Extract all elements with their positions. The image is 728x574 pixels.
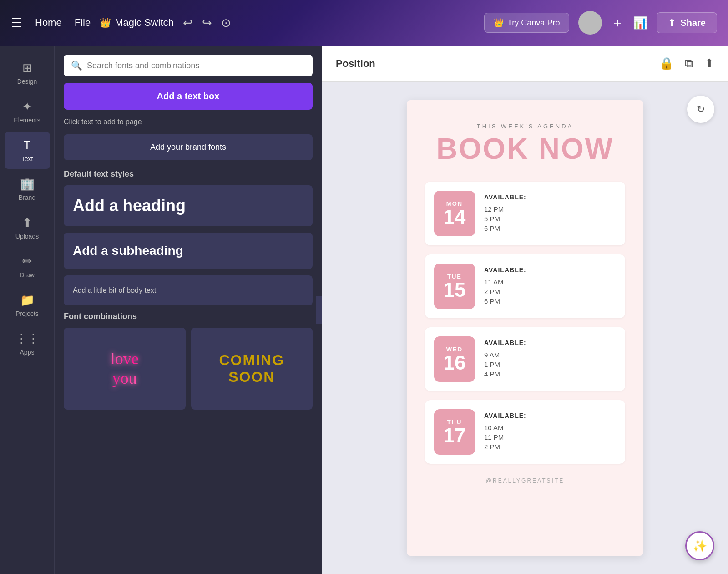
day-num-thu: 17 bbox=[444, 426, 466, 446]
day-time-wed-1: 9 AM bbox=[484, 351, 526, 359]
day-time-thu-3: 2 PM bbox=[484, 443, 526, 451]
apps-icon: ⋮⋮ bbox=[15, 332, 39, 346]
uploads-icon: ⬆ bbox=[22, 216, 32, 230]
sidebar-label-uploads: Uploads bbox=[15, 233, 39, 240]
sidebar-label-design: Design bbox=[17, 78, 37, 85]
font-combos-grid: loveyou COMINGSOON bbox=[64, 328, 313, 410]
lock-icon[interactable]: 🔒 bbox=[659, 56, 674, 71]
font-combos-label: Font combinations bbox=[64, 312, 313, 321]
crown-icon: 👑 bbox=[100, 17, 111, 28]
sidebar-item-elements[interactable]: ✦ Elements bbox=[5, 93, 50, 130]
section-label: Default text styles bbox=[64, 169, 313, 179]
redo-icon[interactable]: ↪ bbox=[202, 16, 212, 30]
subheading-block[interactable]: Add a subheading bbox=[64, 233, 313, 269]
day-badge-mon: MON 14 bbox=[434, 191, 475, 236]
canvas-area: Position 🔒 ⧉ ⬆ ↻ THIS WEEK'S AGENDA BOOK… bbox=[322, 46, 728, 574]
sidebar-item-draw[interactable]: ✏ Draw bbox=[5, 248, 50, 285]
day-badge-tue: TUE 15 bbox=[434, 264, 475, 309]
magic-button[interactable]: ✨ bbox=[685, 531, 714, 560]
day-time-mon-3: 6 PM bbox=[484, 224, 526, 232]
agenda-title: BOOK NOW bbox=[425, 134, 625, 163]
sidebar-item-brand[interactable]: 🏢 Brand bbox=[5, 171, 50, 208]
sidebar-item-uploads[interactable]: ⬆ Uploads bbox=[5, 209, 50, 246]
day-available-tue: AVAILABLE: bbox=[484, 266, 526, 274]
avatar[interactable] bbox=[578, 11, 602, 35]
elements-icon: ✦ bbox=[22, 100, 32, 114]
projects-icon: 📁 bbox=[20, 293, 35, 307]
subheading-text: Add a subheading bbox=[73, 244, 183, 258]
heading-block[interactable]: Add a heading bbox=[64, 185, 313, 226]
day-time-mon-1: 12 PM bbox=[484, 205, 526, 213]
sidebar-item-apps[interactable]: ⋮⋮ Apps bbox=[5, 325, 50, 362]
combo-card-love[interactable]: loveyou bbox=[64, 328, 186, 410]
cloud-icon[interactable]: ⊙ bbox=[221, 16, 231, 30]
combo-coming-text: COMINGSOON bbox=[219, 352, 284, 386]
search-input[interactable] bbox=[87, 61, 305, 71]
day-row-mon: MON 14 AVAILABLE: 12 PM 5 PM 6 PM bbox=[425, 182, 625, 245]
day-num-tue: 15 bbox=[444, 280, 466, 300]
topnav: ☰ Home File 👑 Magic Switch ↩ ↪ ⊙ 👑 Try C… bbox=[0, 0, 728, 46]
main-layout: ⊞ Design ✦ Elements T Text 🏢 Brand ⬆ Upl… bbox=[0, 46, 728, 574]
day-time-tue-2: 2 PM bbox=[484, 288, 526, 295]
export-icon[interactable]: ⬆ bbox=[704, 56, 714, 71]
day-row-tue: TUE 15 AVAILABLE: 11 AM 2 PM 6 PM bbox=[425, 254, 625, 318]
magic-switch-nav[interactable]: 👑 Magic Switch bbox=[100, 17, 174, 29]
text-panel: 🔍 Add a text box Click text to add to pa… bbox=[55, 46, 322, 574]
combo-card-coming[interactable]: COMINGSOON bbox=[191, 328, 313, 410]
position-label: Position bbox=[336, 58, 375, 70]
canvas-toolbar: Position 🔒 ⧉ ⬆ bbox=[322, 46, 728, 82]
hide-panel-button[interactable]: ‹ bbox=[316, 296, 322, 324]
canvas-scroll: THIS WEEK'S AGENDA BOOK NOW MON 14 AVAIL… bbox=[322, 82, 728, 574]
day-time-wed-2: 1 PM bbox=[484, 361, 526, 368]
add-textbox-button[interactable]: Add a text box bbox=[64, 83, 313, 110]
day-time-wed-3: 4 PM bbox=[484, 370, 526, 378]
crown-icon2: 👑 bbox=[494, 18, 504, 28]
day-time-thu-2: 11 PM bbox=[484, 433, 526, 441]
draw-icon: ✏ bbox=[22, 254, 32, 269]
day-badge-wed: WED 16 bbox=[434, 336, 475, 382]
hamburger-icon[interactable]: ☰ bbox=[11, 15, 22, 30]
sidebar-label-text: Text bbox=[21, 155, 33, 163]
day-row-wed: WED 16 AVAILABLE: 9 AM 1 PM 4 PM bbox=[425, 327, 625, 391]
brand-icon: 🏢 bbox=[20, 177, 35, 191]
body-block[interactable]: Add a little bit of body text bbox=[64, 275, 313, 305]
day-time-thu-1: 10 AM bbox=[484, 424, 526, 432]
refresh-button[interactable]: ↻ bbox=[687, 96, 714, 123]
brand-fonts-button[interactable]: Add your brand fonts bbox=[64, 134, 313, 160]
share-button[interactable]: ⬆ Share bbox=[657, 12, 717, 33]
text-icon: T bbox=[24, 138, 31, 152]
click-hint: Click text to add to page bbox=[64, 116, 313, 128]
day-row-thu: THU 17 AVAILABLE: 10 AM 11 PM 2 PM bbox=[425, 400, 625, 464]
day-time-tue-1: 11 AM bbox=[484, 278, 526, 286]
copy-icon[interactable]: ⧉ bbox=[685, 56, 693, 71]
day-badge-thu: THU 17 bbox=[434, 409, 475, 455]
add-collaborator-icon[interactable]: ＋ bbox=[611, 14, 624, 31]
day-num-mon: 14 bbox=[444, 207, 466, 227]
search-icon: 🔍 bbox=[71, 60, 82, 71]
share-icon: ⬆ bbox=[668, 17, 676, 28]
sidebar-item-projects[interactable]: 📁 Projects bbox=[5, 287, 50, 324]
sidebar-item-design[interactable]: ⊞ Design bbox=[5, 55, 50, 91]
search-bar[interactable]: 🔍 bbox=[64, 55, 313, 76]
day-times-mon: AVAILABLE: 12 PM 5 PM 6 PM bbox=[484, 191, 526, 232]
day-times-tue: AVAILABLE: 11 AM 2 PM 6 PM bbox=[484, 264, 526, 305]
day-available-mon: AVAILABLE: bbox=[484, 193, 526, 201]
agenda-card: THIS WEEK'S AGENDA BOOK NOW MON 14 AVAIL… bbox=[407, 100, 643, 556]
home-nav[interactable]: Home bbox=[35, 17, 62, 29]
sidebar-label-projects: Projects bbox=[15, 310, 39, 317]
sidebar-label-draw: Draw bbox=[20, 271, 35, 279]
heading-text: Add a heading bbox=[73, 196, 186, 215]
undo-icon[interactable]: ↩ bbox=[183, 16, 193, 30]
body-text: Add a little bit of body text bbox=[73, 286, 156, 294]
day-time-mon-2: 5 PM bbox=[484, 215, 526, 223]
sidebar-label-brand: Brand bbox=[19, 194, 35, 201]
combo-love-text: loveyou bbox=[111, 349, 139, 388]
sidebar-item-text[interactable]: T Text bbox=[5, 132, 50, 169]
day-times-thu: AVAILABLE: 10 AM 11 PM 2 PM bbox=[484, 409, 526, 451]
analytics-icon[interactable]: 📊 bbox=[633, 16, 647, 30]
sidebar: ⊞ Design ✦ Elements T Text 🏢 Brand ⬆ Upl… bbox=[0, 46, 55, 574]
design-icon: ⊞ bbox=[22, 61, 32, 75]
try-pro-button[interactable]: 👑 Try Canva Pro bbox=[484, 13, 569, 33]
agenda-footer: @REALLYGREATSITE bbox=[425, 477, 625, 484]
file-nav[interactable]: File bbox=[75, 17, 91, 29]
